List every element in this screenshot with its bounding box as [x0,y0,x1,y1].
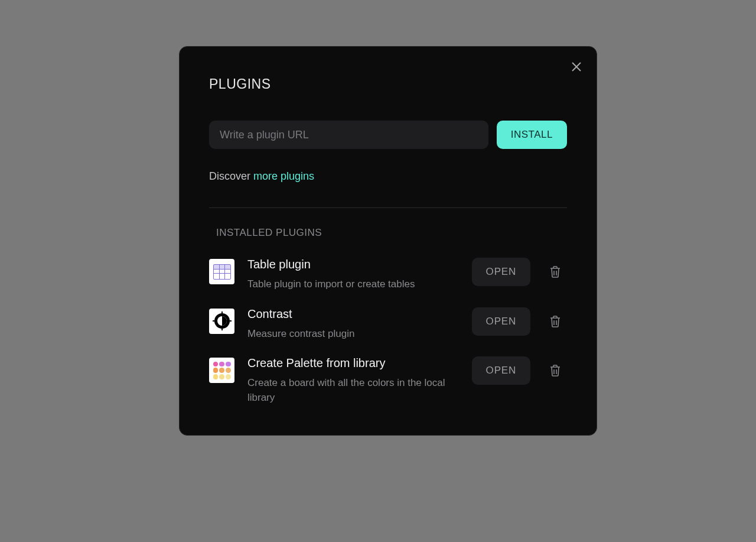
installed-heading: INSTALLED PLUGINS [216,227,567,239]
open-button[interactable]: OPEN [472,258,530,286]
close-icon [571,61,582,72]
more-plugins-link[interactable]: more plugins [253,170,314,182]
plugin-text: Contrast Measure contrast plugin [247,307,459,342]
close-button[interactable] [568,59,585,75]
svg-rect-9 [229,320,232,322]
install-row: INSTALL [209,121,567,149]
palette-dot [219,362,224,367]
palette-dot [213,362,219,367]
open-button[interactable]: OPEN [472,356,530,385]
palette-dot [219,368,224,373]
plugin-icon [209,259,234,284]
open-button[interactable]: OPEN [472,307,530,336]
plugin-icon [209,358,234,383]
trash-icon [549,265,561,278]
palette-dot [226,374,231,379]
trash-icon [549,364,561,377]
discover-text: Discover more plugins [209,170,567,183]
trash-icon [549,315,561,328]
plugin-description: Measure contrast plugin [247,327,459,342]
svg-rect-8 [213,320,215,322]
palette-dot [213,368,219,373]
palette-dot [226,368,231,373]
palette-dot [213,374,219,379]
dialog-title: PLUGINS [209,76,567,92]
delete-button[interactable] [543,307,567,336]
plugins-dialog: PLUGINS INSTALL Discover more plugins IN… [179,46,597,436]
plugin-name: Contrast [247,307,459,321]
plugin-item: Table plugin Table plugin to import or c… [209,258,567,292]
plugin-name: Table plugin [247,258,459,271]
svg-rect-7 [221,328,223,330]
plugin-name: Create Palette from library [247,356,459,370]
plugin-text: Create Palette from library Create a boa… [247,356,459,405]
plugin-description: Table plugin to import or create tables [247,277,459,292]
delete-button[interactable] [543,258,567,286]
plugin-url-input[interactable] [209,121,488,149]
plugin-item: Contrast Measure contrast plugin OPEN [209,307,567,342]
table-icon [213,264,231,280]
palette-icon [213,362,231,379]
install-button[interactable]: INSTALL [497,121,567,149]
plugin-text: Table plugin Table plugin to import or c… [247,258,459,292]
palette-dot [219,374,224,379]
divider [209,207,567,208]
plugin-item: Create Palette from library Create a boa… [209,356,567,405]
delete-button[interactable] [543,356,567,385]
svg-rect-6 [221,311,223,314]
plugin-list: Table plugin Table plugin to import or c… [209,258,567,405]
palette-dot [226,362,231,367]
plugin-description: Create a board with all the colors in th… [247,376,459,405]
contrast-icon [213,311,232,330]
plugin-icon [209,309,234,334]
discover-prefix: Discover [209,170,253,182]
